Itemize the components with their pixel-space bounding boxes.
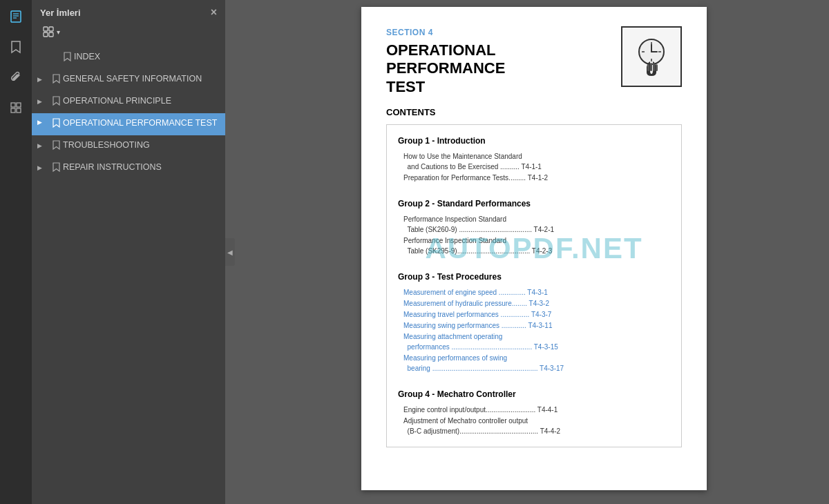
group2-title: Group 2 - Standard Performances <box>398 197 670 210</box>
toc-entry-3-2[interactable]: Measurement of hydraulic pressure.......… <box>398 298 670 309</box>
toc-entry-2-1: Performance Inspection Standard Table (S… <box>398 214 670 235</box>
main-content-area: ◀ SECTION 4 OPERATIONAL PERFORMANCE TEST <box>225 0 829 504</box>
svg-rect-8 <box>44 27 48 31</box>
toc-entry-4-2: Adjustment of Mechatro controller output… <box>398 416 670 437</box>
contents-box: Group 1 - Introduction How to Use the Ma… <box>386 124 682 447</box>
operational-performance-expand-icon: ▶ <box>37 119 47 126</box>
toc-entry-3-6[interactable]: Measuring performances of swing bearing … <box>398 353 670 374</box>
repair-instructions-bookmark-icon <box>53 162 60 174</box>
svg-rect-22 <box>656 64 658 71</box>
document-page: SECTION 4 OPERATIONAL PERFORMANCE TEST <box>361 7 707 490</box>
sidebar-item-operational-performance-label: OPERATIONAL PERFORMANCE TEST <box>63 117 220 128</box>
toc-entry-3-4[interactable]: Measuring swing performances ...........… <box>398 320 670 331</box>
svg-rect-21 <box>653 63 655 71</box>
clock-hand-icon <box>627 32 676 81</box>
layers-nav-icon[interactable] <box>5 97 27 119</box>
svg-rect-6 <box>11 108 15 113</box>
page-title: OPERATIONAL PERFORMANCE TEST <box>386 41 593 96</box>
toc-entry-1-1: How to Use the Maintenance Standard and … <box>398 151 670 173</box>
title-icon-box <box>621 26 682 87</box>
sidebar-item-general-safety[interactable]: GENERAL SAFETY INFORMATION <box>32 69 225 91</box>
sidebar-collapse-handle[interactable]: ◀ <box>225 238 235 266</box>
sidebar-title: Yer İmleri <box>40 8 81 18</box>
toc-entry-1-2: Preparation for Performance Tests.......… <box>398 173 670 184</box>
contents-heading: CONTENTS <box>386 107 682 117</box>
index-bookmark-icon <box>64 52 71 64</box>
page-title-line2: TEST <box>386 78 425 95</box>
icon-bar <box>0 0 32 504</box>
svg-rect-10 <box>49 27 53 31</box>
sidebar-item-operational-performance[interactable]: ▶ OPERATIONAL PERFORMANCE TEST <box>32 113 225 135</box>
sidebar-header: Yer İmleri × <box>32 0 225 22</box>
operational-principle-bookmark-icon <box>53 96 60 108</box>
troubleshooting-expand-icon <box>37 141 47 149</box>
sidebar-item-troubleshooting[interactable]: TROUBLESHOOTING <box>32 135 225 157</box>
svg-rect-5 <box>17 103 21 107</box>
sidebar-item-index[interactable]: INDEX <box>32 47 225 69</box>
sidebar: Yer İmleri × ▾ INDEX <box>32 0 225 504</box>
sidebar-item-general-safety-label: GENERAL SAFETY INFORMATION <box>63 73 220 84</box>
sidebar-item-operational-principle-label: OPERATIONAL PRINCIPLE <box>63 95 220 106</box>
group1-title: Group 1 - Introduction <box>398 135 670 147</box>
toolbar-dropdown-arrow: ▾ <box>57 28 60 36</box>
sidebar-item-repair-instructions-label: REPAIR INSTRUCTIONS <box>63 162 220 173</box>
svg-rect-0 <box>11 11 21 22</box>
svg-rect-7 <box>17 108 21 113</box>
operational-principle-expand-icon <box>37 97 47 105</box>
sidebar-item-index-label: INDEX <box>74 51 220 62</box>
sidebar-item-operational-principle[interactable]: OPERATIONAL PRINCIPLE <box>32 91 225 113</box>
paperclip-nav-icon[interactable] <box>5 66 27 88</box>
sidebar-item-troubleshooting-label: TROUBLESHOOTING <box>63 139 220 151</box>
page-title-line1: OPERATIONAL PERFORMANCE <box>386 41 505 77</box>
sidebar-item-repair-instructions[interactable]: REPAIR INSTRUCTIONS <box>32 157 225 180</box>
toolbar-menu-button[interactable]: ▾ <box>40 25 63 39</box>
troubleshooting-bookmark-icon <box>53 140 60 152</box>
toc-entry-3-3[interactable]: Measuring travel performances ..........… <box>398 309 670 320</box>
svg-rect-20 <box>650 63 652 71</box>
file-nav-icon[interactable] <box>5 6 27 28</box>
general-safety-expand-icon <box>37 75 47 83</box>
sidebar-title-area: Yer İmleri <box>40 8 81 18</box>
sidebar-nav-list: INDEX GENERAL SAFETY INFORMATION OPERATI… <box>32 44 225 504</box>
group3-title: Group 3 - Test Procedures <box>398 271 670 283</box>
toc-entry-3-5[interactable]: Measuring attachment operating performan… <box>398 331 670 353</box>
toc-entry-2-2: Performance Inspection Standard Table (S… <box>398 235 670 257</box>
close-button[interactable]: × <box>211 7 217 18</box>
bookmark-nav-icon[interactable] <box>5 36 27 58</box>
toc-entry-4-1: Engine control input/output.............… <box>398 405 670 416</box>
sidebar-toolbar: ▾ <box>32 22 225 44</box>
collapse-arrow-icon: ◀ <box>227 249 233 256</box>
general-safety-bookmark-icon <box>53 74 60 86</box>
svg-rect-19 <box>647 64 649 71</box>
toc-entry-3-1[interactable]: Measurement of engine speed ............… <box>398 287 670 298</box>
svg-rect-9 <box>44 32 48 37</box>
repair-instructions-expand-icon <box>37 163 47 171</box>
svg-rect-4 <box>11 103 15 107</box>
group4-title: Group 4 - Mechatro Controller <box>398 388 670 400</box>
svg-rect-11 <box>49 32 53 37</box>
operational-performance-bookmark-icon <box>53 118 60 130</box>
